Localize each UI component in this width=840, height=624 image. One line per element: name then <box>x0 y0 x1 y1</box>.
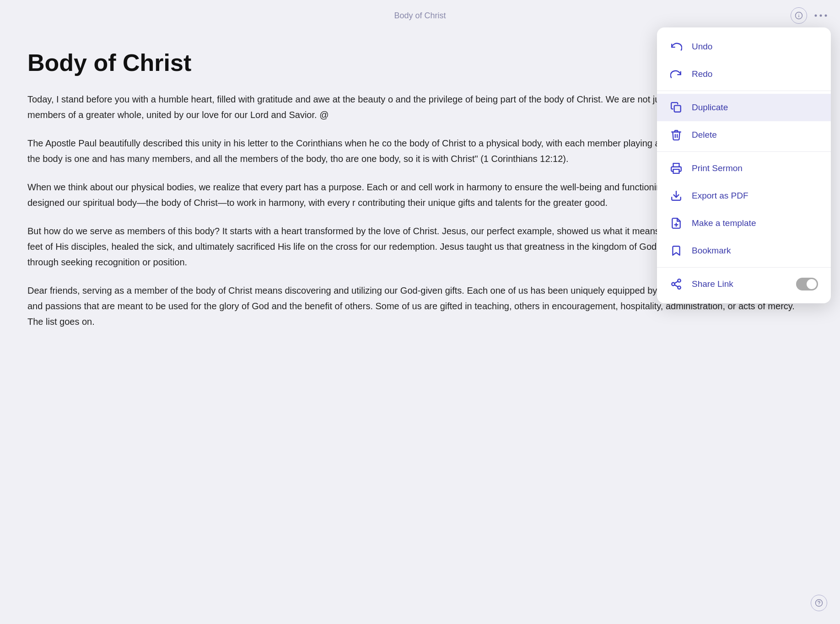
svg-line-15 <box>674 281 678 283</box>
menu-label-delete: Delete <box>692 130 818 140</box>
menu-label-template: Make a template <box>692 218 818 228</box>
menu-label-duplicate: Duplicate <box>692 102 818 113</box>
svg-point-5 <box>825 15 827 17</box>
dropdown-menu: Undo Redo Duplicate <box>657 27 831 303</box>
template-icon <box>670 217 683 230</box>
bookmark-icon <box>670 244 683 257</box>
menu-label-redo: Redo <box>692 69 818 79</box>
divider-1 <box>657 91 831 91</box>
info-icon <box>795 11 803 20</box>
redo-icon <box>670 68 683 81</box>
svg-rect-6 <box>674 106 681 112</box>
info-button[interactable] <box>791 7 807 24</box>
menu-item-print[interactable]: Print Sermon <box>657 155 831 182</box>
menu-label-print: Print Sermon <box>692 163 818 173</box>
more-button[interactable] <box>814 11 827 20</box>
print-icon <box>670 162 683 175</box>
menu-item-share[interactable]: Share Link <box>657 270 831 298</box>
menu-label-share: Share Link <box>692 279 787 289</box>
page-title: Body of Christ <box>394 11 446 21</box>
share-link-toggle[interactable] <box>796 278 818 290</box>
menu-item-template[interactable]: Make a template <box>657 210 831 237</box>
more-icon <box>814 11 827 20</box>
top-bar-actions <box>791 7 827 24</box>
menu-item-export[interactable]: Export as PDF <box>657 182 831 210</box>
export-icon <box>670 189 683 202</box>
svg-point-4 <box>820 15 822 17</box>
svg-line-14 <box>674 285 678 287</box>
menu-label-bookmark: Bookmark <box>692 246 818 256</box>
menu-item-bookmark[interactable]: Bookmark <box>657 237 831 264</box>
undo-icon <box>670 40 683 53</box>
divider-2 <box>657 151 831 152</box>
delete-icon <box>670 129 683 141</box>
svg-rect-7 <box>673 169 679 173</box>
duplicate-icon <box>670 101 683 114</box>
menu-item-delete[interactable]: Delete <box>657 121 831 149</box>
top-bar: Body of Christ <box>0 0 840 31</box>
help-button[interactable] <box>811 595 827 611</box>
menu-label-export: Export as PDF <box>692 191 818 201</box>
menu-label-undo: Undo <box>692 42 818 52</box>
menu-item-duplicate[interactable]: Duplicate <box>657 94 831 121</box>
svg-point-3 <box>815 15 817 17</box>
share-icon <box>670 278 683 290</box>
menu-item-redo[interactable]: Redo <box>657 60 831 88</box>
divider-3 <box>657 267 831 268</box>
help-icon <box>815 599 823 607</box>
menu-item-undo[interactable]: Undo <box>657 33 831 60</box>
